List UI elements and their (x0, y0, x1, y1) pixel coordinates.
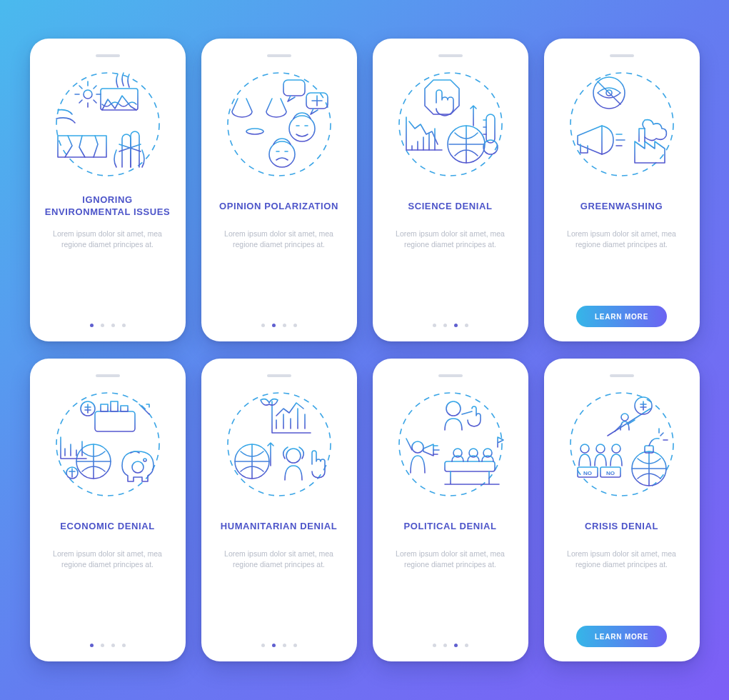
svg-rect-20 (121, 406, 128, 411)
dot[interactable] (122, 324, 126, 327)
card-title: CRISIS DENIAL (585, 514, 658, 539)
svg-point-39 (580, 444, 589, 453)
svg-rect-17 (95, 411, 135, 431)
dot[interactable] (101, 644, 104, 647)
dot[interactable] (261, 644, 265, 647)
card-title: GREENWASHING (580, 194, 663, 219)
svg-point-24 (144, 459, 146, 461)
page-indicator (90, 324, 126, 327)
illustration-humanitarian-icon (222, 387, 336, 501)
card-title: OPINION POLARIZATION (219, 194, 338, 219)
dot[interactable] (90, 644, 94, 647)
illustration-science-icon (393, 67, 508, 181)
page-indicator (261, 324, 297, 327)
phone-speaker (96, 54, 120, 57)
card-description: Lorem ipsum dolor sit amet, mea regione … (43, 549, 173, 570)
svg-point-2 (84, 90, 92, 99)
dot[interactable] (293, 644, 297, 647)
svg-rect-18 (101, 404, 108, 411)
phone-row-2: ECONOMIC DENIAL Lorem ipsum dolor sit am… (30, 359, 700, 661)
page-indicator (433, 324, 468, 327)
dot[interactable] (293, 324, 297, 327)
svg-point-4 (246, 129, 263, 134)
svg-point-12 (483, 140, 498, 154)
card-title: POLITICAL DENIAL (404, 514, 497, 539)
page-indicator (90, 644, 126, 647)
card-title: IGNORING ENVIRONMENTAL ISSUES (43, 194, 173, 219)
dot[interactable] (283, 324, 286, 327)
svg-point-7 (289, 116, 315, 141)
svg-point-31 (412, 441, 423, 453)
phone-speaker (610, 374, 634, 377)
learn-more-button[interactable]: LEARN MORE (576, 626, 667, 647)
svg-point-30 (446, 401, 461, 416)
svg-point-8 (269, 141, 295, 167)
dot[interactable] (122, 644, 126, 647)
dot[interactable] (454, 324, 458, 327)
phone-card-opinion: OPINION POLARIZATION Lorem ipsum dolor s… (201, 39, 357, 341)
phone-speaker (96, 374, 120, 377)
dot[interactable] (101, 324, 104, 327)
illustration-opinion-icon (222, 67, 336, 181)
card-description: Lorem ipsum dolor sit amet, mea regione … (43, 229, 173, 250)
phone-card-greenwashing: GREENWASHING Lorem ipsum dolor sit amet,… (544, 39, 700, 341)
svg-point-3 (228, 73, 331, 176)
dot[interactable] (454, 644, 458, 647)
svg-text:NO: NO (583, 470, 592, 476)
dot[interactable] (90, 324, 94, 327)
svg-rect-19 (111, 401, 118, 411)
phone-card-humanitarian: HUMANITARIAN DENIAL Lorem ipsum dolor si… (201, 359, 357, 661)
dot[interactable] (272, 644, 276, 647)
page-indicator (261, 644, 297, 647)
page-indicator (433, 644, 468, 647)
svg-point-26 (228, 393, 331, 496)
dot[interactable] (443, 644, 447, 647)
learn-more-button[interactable]: LEARN MORE (576, 306, 667, 327)
card-title: HUMANITARIAN DENIAL (221, 514, 338, 539)
dot[interactable] (283, 644, 286, 647)
svg-point-41 (612, 444, 620, 453)
dot[interactable] (433, 324, 436, 327)
card-description: Lorem ipsum dolor sit amet, mea regione … (386, 549, 516, 570)
card-description: Lorem ipsum dolor sit amet, mea regione … (557, 229, 687, 250)
card-title: SCIENCE DENIAL (408, 194, 492, 219)
svg-point-28 (286, 449, 301, 463)
phone-card-crisis: NO NO CRISIS DENIAL Lorem ipsum dolor si… (544, 359, 700, 661)
svg-point-13 (570, 73, 673, 176)
card-description: Lorem ipsum dolor sit amet, mea regione … (386, 229, 516, 250)
card-description: Lorem ipsum dolor sit amet, mea regione … (557, 549, 687, 570)
phone-speaker (267, 54, 291, 57)
illustration-political-icon (393, 387, 508, 501)
phone-speaker (438, 374, 463, 377)
illustration-crisis-icon: NO NO (565, 387, 679, 501)
illustration-economic-icon (51, 387, 165, 501)
phone-row-1: IGNORING ENVIRONMENTAL ISSUES Lorem ipsu… (30, 39, 700, 341)
card-description: Lorem ipsum dolor sit amet, mea regione … (214, 549, 344, 570)
card-description: Lorem ipsum dolor sit amet, mea regione … (214, 229, 344, 250)
svg-text:NO: NO (606, 470, 615, 476)
dot[interactable] (465, 644, 468, 647)
illustration-greenwashing-icon (565, 67, 679, 181)
phone-card-political: POLITICAL DENIAL Lorem ipsum dolor sit a… (373, 359, 528, 661)
dot[interactable] (272, 324, 276, 327)
phone-speaker (267, 374, 291, 377)
card-title: ECONOMIC DENIAL (60, 514, 155, 539)
phone-card-economic: ECONOMIC DENIAL Lorem ipsum dolor sit am… (30, 359, 186, 661)
dot[interactable] (443, 324, 447, 327)
illustration-env-icon (51, 67, 165, 181)
svg-rect-32 (445, 461, 495, 471)
phone-speaker (438, 54, 463, 57)
dot[interactable] (465, 324, 468, 327)
svg-point-38 (621, 414, 628, 421)
svg-point-40 (596, 444, 605, 453)
phone-card-env: IGNORING ENVIRONMENTAL ISSUES Lorem ipsu… (30, 39, 186, 341)
dot[interactable] (261, 324, 265, 327)
dot[interactable] (111, 324, 115, 327)
dot[interactable] (433, 644, 436, 647)
phone-card-science: SCIENCE DENIAL Lorem ipsum dolor sit ame… (373, 39, 528, 341)
dot[interactable] (111, 644, 115, 647)
phone-speaker (610, 54, 634, 57)
